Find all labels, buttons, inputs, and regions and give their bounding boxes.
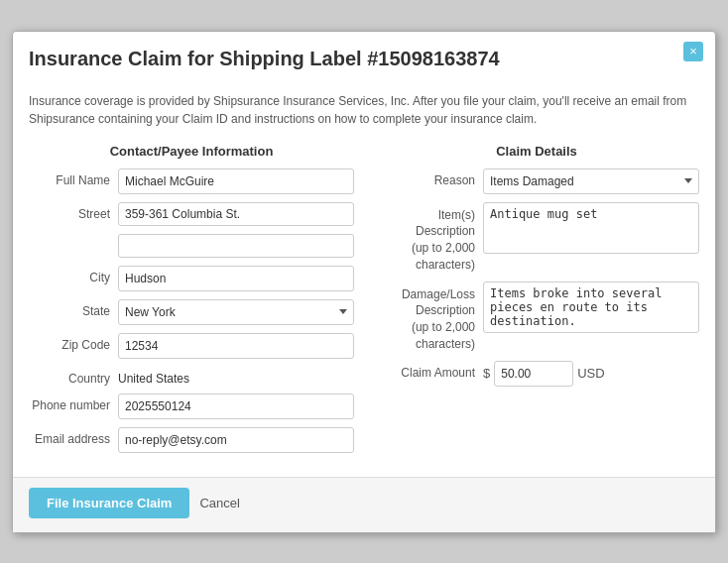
street-wrapper (118, 202, 354, 258)
claim-section-title: Claim Details (374, 144, 699, 159)
claim-amount-label: Claim Amount (374, 361, 483, 380)
items-description-row: Item(s)Description(up to 2,000characters… (374, 202, 699, 274)
dialog-footer: File Insurance Claim Cancel (13, 477, 715, 532)
claim-section: Claim Details Reason Items Damaged Items… (374, 144, 699, 461)
dialog-header: Insurance Claim for Shipping Label #1509… (13, 32, 715, 82)
email-row: Email address (29, 427, 354, 453)
items-description-input[interactable]: Antique mug set (483, 202, 699, 254)
intro-text: Insurance coverage is provided by Shipsu… (29, 92, 699, 128)
damage-description-label: Damage/LossDescription(up to 2,000charac… (374, 282, 483, 353)
contact-section: Contact/Payee Information Full Name Stre… (29, 144, 354, 461)
city-label: City (29, 266, 118, 284)
sections: Contact/Payee Information Full Name Stre… (29, 144, 699, 461)
zip-row: Zip Code (29, 333, 354, 359)
city-row: City (29, 266, 354, 291)
usd-label: USD (577, 366, 604, 381)
dollar-sign: $ (483, 366, 490, 381)
close-button[interactable]: × (683, 42, 703, 61)
state-label: State (29, 299, 118, 318)
cancel-button[interactable]: Cancel (199, 496, 239, 510)
country-row: Country United States (29, 367, 354, 386)
street-input-2[interactable] (118, 234, 354, 258)
zip-input[interactable] (118, 333, 354, 359)
damage-description-input[interactable]: Items broke into several pieces en route… (483, 282, 699, 333)
phone-label: Phone number (29, 394, 118, 412)
claim-amount-controls: $ USD (483, 361, 605, 387)
email-label: Email address (29, 427, 118, 446)
state-select[interactable]: New York (118, 299, 354, 325)
street-label: Street (29, 202, 118, 221)
claim-amount-input[interactable] (494, 361, 573, 387)
country-value: United States (118, 367, 189, 386)
full-name-row: Full Name (29, 169, 354, 194)
phone-row: Phone number (29, 394, 354, 419)
email-input[interactable] (118, 427, 354, 453)
file-insurance-claim-button[interactable]: File Insurance Claim (29, 488, 189, 518)
full-name-label: Full Name (29, 169, 118, 187)
reason-row: Reason Items Damaged Items Lost Items De… (374, 169, 699, 194)
reason-select[interactable]: Items Damaged Items Lost Items Delayed (483, 169, 699, 194)
items-description-label: Item(s)Description(up to 2,000characters… (374, 202, 483, 274)
dialog-title: Insurance Claim for Shipping Label #1509… (29, 48, 679, 70)
zip-label: Zip Code (29, 333, 118, 352)
dialog-body: Insurance coverage is provided by Shipsu… (13, 82, 715, 477)
full-name-input[interactable] (118, 169, 354, 194)
state-row: State New York (29, 299, 354, 325)
damage-description-row: Damage/LossDescription(up to 2,000charac… (374, 282, 699, 353)
country-label: Country (29, 367, 118, 386)
contact-section-title: Contact/Payee Information (29, 144, 354, 159)
insurance-claim-dialog: Insurance Claim for Shipping Label #1509… (12, 31, 716, 533)
reason-label: Reason (374, 169, 483, 187)
claim-amount-row: Claim Amount $ USD (374, 361, 699, 387)
phone-input[interactable] (118, 394, 354, 419)
city-input[interactable] (118, 266, 354, 291)
street-row: Street (29, 202, 354, 258)
street-input-1[interactable] (118, 202, 354, 226)
